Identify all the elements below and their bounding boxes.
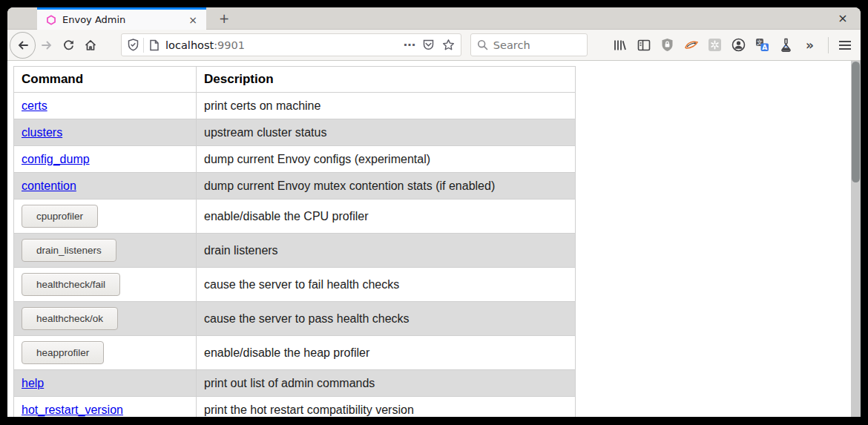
table-row-healthcheck-ok: healthcheck/ok cause the server to pass … [14,302,576,336]
search-box[interactable] [470,33,588,56]
hot-restart-version-link[interactable]: hot_restart_version [22,403,123,416]
menu-icon [839,45,851,46]
heapprofiler-button[interactable]: heapprofiler [22,341,104,364]
column-header-description: Description [197,67,576,93]
row-description: print certs on machine [197,93,576,119]
table-row-cpuprofiler: cpuprofiler enable/disable the CPU profi… [14,200,576,234]
row-description: cause the server to fail health checks [197,268,576,302]
forward-arrow-icon [40,39,53,52]
account-icon [731,38,746,52]
forward-button[interactable] [36,35,57,56]
fox-extension-icon [684,39,699,51]
page-content: Command Description certs print certs on… [7,61,861,417]
translate-extension-icon: 文 A [755,38,769,52]
toolbar-extension-icons: 文 A » [608,35,822,56]
row-description: dump current Envoy configs (experimental… [197,146,576,173]
home-button[interactable] [81,35,102,56]
table-row-heapprofiler: heapprofiler enable/disable the heap pro… [14,336,576,370]
library-button[interactable] [610,35,631,56]
drain-listeners-button[interactable]: drain_listeners [22,239,116,262]
tab-title: Envoy Admin [62,14,185,25]
flower-extension-button[interactable] [705,35,726,56]
cpuprofiler-button[interactable]: cpuprofiler [22,205,98,228]
row-description: print the hot restart compatibility vers… [197,397,576,418]
tab-envoy-admin[interactable]: Envoy Admin × [37,7,206,30]
row-description: upstream cluster status [197,119,576,146]
url-text[interactable]: localhost:9901 [165,39,398,51]
shield-lock-extension-icon [661,38,674,52]
row-description: dump current Envoy mutex contention stat… [197,173,576,200]
scrollbar-thumb[interactable] [852,62,860,182]
menu-icon [839,41,851,42]
contention-link[interactable]: contention [22,179,76,192]
table-row-drain-listeners: drain_listeners drain listeners [14,234,576,268]
overflow-chevron-icon: » [806,38,814,53]
clusters-link[interactable]: clusters [22,126,62,139]
help-link[interactable]: help [22,377,44,389]
table-row-contention: contention dump current Envoy mutex cont… [14,173,576,200]
window-close-icon[interactable]: × [834,10,852,27]
healthcheck-ok-button[interactable]: healthcheck/ok [22,307,118,330]
table-row-help: help print out list of admin commands [14,370,576,397]
table-row-clusters: clusters upstream cluster status [14,119,576,146]
flask-icon [780,38,792,52]
toolbar-separator [828,37,829,53]
flower-extension-icon [708,38,722,52]
svg-text:A: A [762,44,767,51]
url-port: :9901 [214,39,245,51]
table-row-hot-restart-version: hot_restart_version print the hot restar… [14,397,576,418]
envoy-favicon-icon [46,15,56,25]
search-icon [477,39,488,50]
back-arrow-icon [16,39,30,52]
url-host: localhost [165,39,214,51]
menu-icon [839,48,851,50]
pocket-icon[interactable] [422,39,435,51]
library-icon [613,39,627,52]
vertical-scrollbar[interactable] [851,61,861,417]
certs-link[interactable]: certs [22,99,47,112]
tab-close-icon[interactable]: × [185,13,200,27]
new-tab-button[interactable]: + [215,10,233,28]
bookmark-star-icon[interactable] [442,39,455,51]
fox-extension-button[interactable] [681,35,702,56]
back-button[interactable] [10,32,36,59]
table-row-certs: certs print certs on machine [14,93,576,119]
row-description: enable/disable the CPU profiler [197,200,576,234]
table-header-row: Command Description [14,67,576,93]
config-dump-link[interactable]: config_dump [22,153,90,165]
home-icon [84,39,97,52]
tab-bar: Envoy Admin × + × [7,7,861,30]
row-description: drain listeners [197,234,576,268]
toolbar-overflow-button[interactable]: » [800,35,821,56]
column-header-command: Command [14,67,197,93]
flask-button[interactable] [776,35,797,56]
page-info-icon[interactable] [149,39,160,51]
sidebar-icon [637,39,651,51]
menu-button[interactable] [834,35,856,56]
row-description: enable/disable the heap profiler [197,336,576,370]
tracking-protection-shield-icon[interactable] [128,39,139,51]
page-actions-icon[interactable]: ⋯ [404,38,416,52]
navigation-toolbar: localhost:9901 ⋯ [7,30,861,61]
search-input[interactable] [493,39,575,51]
row-description: cause the server to pass health checks [197,302,576,336]
sidebar-button[interactable] [634,35,654,56]
translate-extension-button[interactable]: 文 A [752,35,773,56]
reload-button[interactable] [59,35,79,56]
reload-icon [62,39,75,51]
admin-commands-table: Command Description certs print certs on… [13,66,576,417]
account-button[interactable] [729,35,749,56]
table-row-config-dump: config_dump dump current Envoy configs (… [14,146,576,173]
shield-lock-extension-button[interactable] [657,35,678,56]
browser-window: Envoy Admin × + × [7,7,861,417]
urlbar-separator [143,38,144,53]
table-row-healthcheck-fail: healthcheck/fail cause the server to fai… [14,268,576,302]
row-description: print out list of admin commands [197,370,576,397]
url-bar[interactable]: localhost:9901 ⋯ [121,33,461,56]
healthcheck-fail-button[interactable]: healthcheck/fail [22,273,120,296]
